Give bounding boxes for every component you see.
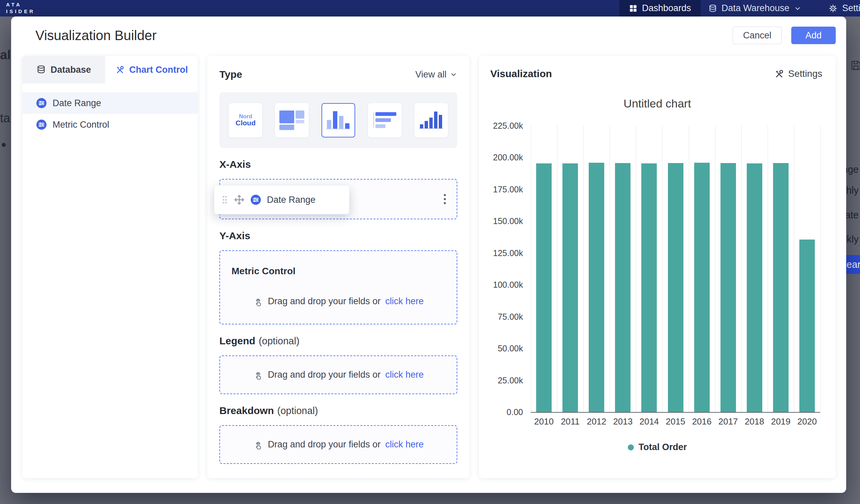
tap-hand-icon <box>253 440 263 450</box>
nav-data-warehouse-label: Data Warehouse <box>721 3 790 13</box>
x-axis-dropzone[interactable]: Date Range <box>219 179 457 219</box>
view-all-label: View all <box>415 69 446 80</box>
control-field-list: Date Range Metric Control <box>22 92 198 135</box>
bar-2019 <box>773 163 789 412</box>
y-axis-tick-label: 125.00k <box>483 248 523 258</box>
gridline <box>583 126 584 412</box>
field-metric-control[interactable]: Metric Control <box>22 114 198 135</box>
chevron-down-icon <box>450 71 457 78</box>
y-axis-tick-label: 225.00k <box>483 120 523 131</box>
brand-line1: ATA <box>6 1 35 8</box>
dashboards-grid-icon <box>629 4 637 13</box>
legend-heading: Legend(optional) <box>219 335 457 347</box>
add-button[interactable]: Add <box>791 27 836 44</box>
gridline <box>610 126 610 412</box>
x-axis-tick-label: 2015 <box>662 416 688 427</box>
modal-header: Visualization Builder Cancel Add <box>11 16 846 44</box>
gridline <box>557 126 557 412</box>
x-axis-tick-label: 2020 <box>794 416 820 427</box>
bar-2014 <box>641 163 657 412</box>
legend-dropzone[interactable]: Drag and drop your fields or click here <box>219 356 457 394</box>
nav-settings-label: Setti <box>842 3 860 13</box>
chevron-down-icon <box>794 5 801 12</box>
y-axis-tick-label: 50.00k <box>483 343 523 354</box>
bar-2012 <box>589 163 604 412</box>
gridline <box>636 126 636 412</box>
type-heading: Type <box>219 69 242 80</box>
chart-type-histogram[interactable] <box>415 103 448 138</box>
tap-hand-icon <box>253 370 263 380</box>
control-filter-icon <box>37 119 46 130</box>
nav-dashboards-label: Dashboards <box>642 3 691 13</box>
brand-line2: ISIDER <box>6 8 35 15</box>
tab-chart-control-label: Chart Control <box>129 65 188 75</box>
gridline <box>768 126 768 412</box>
y-axis-heading: Y-Axis <box>219 230 457 242</box>
y-axis-tick-label: 25.00k <box>483 375 523 385</box>
drop-hint-text: Drag and drop your fields or <box>268 296 381 306</box>
bar-2010 <box>536 163 551 412</box>
x-axis-tick-label: 2018 <box>741 416 768 427</box>
x-axis-tick-label: 2013 <box>610 416 636 427</box>
x-axis-chip-label: Date Range <box>267 195 315 205</box>
backdrop-text-fragment: ta <box>0 111 10 125</box>
click-here-link[interactable]: click here <box>385 370 424 380</box>
tab-database[interactable]: Database <box>22 56 105 84</box>
chart-legend: Total Order <box>479 442 836 452</box>
x-axis-field-menu[interactable] <box>442 192 448 206</box>
page-title: Visualization Builder <box>35 28 156 43</box>
chart-type-word-cloud[interactable]: Nord Cloud <box>229 103 262 138</box>
y-axis-tick-label: 150.00k <box>483 216 523 226</box>
tab-chart-control[interactable]: Chart Control <box>105 56 198 84</box>
visualization-panel: Visualization Settings Untitled chart 22… <box>479 56 836 478</box>
chart-type-strip: Nord Cloud <box>219 92 457 148</box>
chart-type-bar[interactable] <box>368 103 401 138</box>
chart-type-column-selected[interactable] <box>321 103 355 138</box>
x-axis-field-chip[interactable]: Date Range <box>214 185 349 214</box>
x-axis-heading: X-Axis <box>219 159 457 170</box>
word-cloud-icon: Nord Cloud <box>235 114 255 127</box>
gear-icon <box>828 4 838 13</box>
y-axis-tick-label: 175.00k <box>483 184 523 195</box>
save-icon <box>850 59 860 71</box>
tab-database-label: Database <box>51 65 91 75</box>
gridline <box>741 126 742 412</box>
breakdown-heading: Breakdown(optional) <box>219 405 457 416</box>
y-axis-tick-label: 75.00k <box>483 312 523 322</box>
nav-settings[interactable]: Setti <box>828 0 860 16</box>
nav-data-warehouse[interactable]: Data Warehouse <box>708 0 801 16</box>
click-here-link[interactable]: click here <box>385 296 424 306</box>
drag-handle-icon <box>222 195 228 204</box>
field-metric-control-label: Metric Control <box>53 119 109 130</box>
x-axis-tick-label: 2011 <box>557 416 583 427</box>
gridline <box>794 126 794 412</box>
y-axis-tick-label: 200.00k <box>483 152 523 162</box>
tools-icon <box>115 65 125 74</box>
drop-hint-text: Drag and drop your fields or <box>268 370 381 380</box>
x-axis-tick-label: 2012 <box>583 416 610 427</box>
move-arrows-icon <box>234 195 245 205</box>
gridline <box>662 126 662 412</box>
x-axis-tick-label: 2019 <box>768 416 794 427</box>
x-axis-tick-label: 2014 <box>636 416 662 427</box>
cancel-button[interactable]: Cancel <box>733 27 782 44</box>
click-here-link[interactable]: click here <box>385 439 424 450</box>
gridline <box>531 126 531 412</box>
bar-2013 <box>615 163 631 412</box>
field-date-range[interactable]: Date Range <box>22 92 198 114</box>
fields-panel-tabs: Database Chart Control <box>22 56 198 84</box>
backdrop-text-fragment: al <box>0 48 11 62</box>
x-axis-tick-label: 2016 <box>689 416 715 427</box>
control-filter-icon <box>37 98 46 108</box>
y-axis-dropzone[interactable]: Metric Control Drag and drop your fields… <box>219 250 457 325</box>
view-all-dropdown[interactable]: View all <box>415 69 457 80</box>
fields-panel: Database Chart Control Date Range Met <box>22 56 198 478</box>
nav-dashboards[interactable]: Dashboards <box>619 0 701 16</box>
grouped-column-icon <box>326 111 350 129</box>
database-icon <box>37 65 46 74</box>
bar-2018 <box>747 163 762 412</box>
legend-series-label: Total Order <box>639 442 687 452</box>
chart-type-treemap[interactable] <box>275 103 309 138</box>
x-axis-tick-label: 2017 <box>715 416 741 427</box>
breakdown-dropzone[interactable]: Drag and drop your fields or click here <box>219 425 457 464</box>
